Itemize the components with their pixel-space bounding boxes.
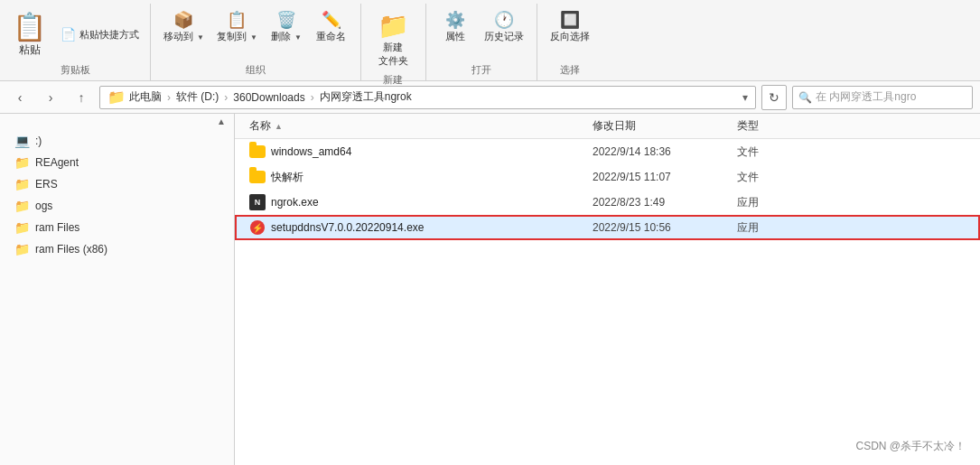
watermark: CSDN @杀手不太冷！ [855,439,966,454]
sidebar-item-label-1: REAgent [35,156,79,169]
move-to-button[interactable]: 📦 移动到 ▼ [158,7,210,46]
copy-to-label: 复制到 ▼ [217,30,257,43]
new-section-label: 新建 [361,71,425,90]
reverse-select-button[interactable]: 🔲 反向选择 [545,7,595,46]
refresh-button[interactable]: ↻ [761,85,787,110]
copy-to-button[interactable]: 📋 复制到 ▼ [211,7,263,46]
table-row[interactable]: N ngrok.exe 2022/8/23 1:49 应用 [235,190,980,215]
svg-text:⚡: ⚡ [252,222,264,234]
address-bar[interactable]: 📁 此电脑 › 软件 (D:) › 360Downloads › 内网穿透工具n… [99,86,756,109]
sidebar-item-icon-3: 📁 [14,199,30,213]
new-section: 📁 新建 文件夹 新建 [361,4,426,80]
ngrok-icon: N [249,194,266,210]
properties-label: 属性 [445,30,465,43]
file-date-0: 2022/9/14 18:36 [593,145,737,158]
sidebar-item-1[interactable]: 📁 REAgent [0,152,234,173]
move-to-label: 移动到 ▼ [163,30,204,43]
sidebar-item-label-5: ram Files (x86) [35,243,107,256]
sidebar-item-4[interactable]: 📁 ram Files [0,217,234,238]
history-icon: 🕐 [494,10,514,30]
sidebar-item-label-4: ram Files [35,221,79,234]
reverse-select-label: 反向选择 [550,30,590,43]
file-list-container: 名称 ▲ 修改日期 类型 windows_amd64 2022/9/14 18:… [235,114,980,465]
breadcrumb-sep-2: › [224,91,228,104]
rename-icon: ✏️ [322,10,341,30]
history-button[interactable]: 🕐 历史记录 [479,7,529,46]
select-section-label: 选择 [537,61,602,80]
folder-icon-1 [249,171,266,183]
file-name-0: windows_amd64 [249,145,593,158]
main-area: ▲ 💻 :) 📁 REAgent 📁 ERS 📁 ogs 📁 ram Files [0,114,980,465]
search-box[interactable]: 🔍 在 内网穿透工具ngro [792,86,973,109]
breadcrumb-part-4[interactable]: 内网穿透工具ngrok [320,89,412,105]
sidebar-item-label-3: ogs [35,200,52,212]
clipboard-section: 📋 粘贴 📄 粘贴快捷方式 剪贴板 [0,4,151,80]
table-row[interactable]: windows_amd64 2022/9/14 18:36 文件 [235,139,980,164]
file-name-2: N ngrok.exe [249,194,593,210]
search-placeholder: 在 内网穿透工具ngro [816,89,916,105]
sidebar-item-icon-4: 📁 [14,220,30,235]
new-folder-button[interactable]: 📁 新建 文件夹 [369,7,418,71]
file-type-2: 应用 [737,195,759,210]
organize-section: 📦 移动到 ▼ 📋 复制到 ▼ 🗑️ 删除 [151,4,361,80]
clipboard-section-label: 剪贴板 [5,61,145,80]
select-section: 🔲 反向选择 选择 [537,4,602,80]
move-to-icon: 📦 [173,10,193,30]
paste-shortcut-button[interactable]: 📄 粘贴快捷方式 [55,25,145,43]
new-folder-icon: 📁 [378,11,409,41]
file-list-header: 名称 ▲ 修改日期 类型 [235,114,980,139]
sidebar: ▲ 💻 :) 📁 REAgent 📁 ERS 📁 ogs 📁 ram Files [0,114,235,465]
col-header-name[interactable]: 名称 ▲ [249,118,593,134]
file-name-3: ⚡ setupddnsV7.0.0.20220914.exe [249,219,593,236]
table-row[interactable]: ⚡ setupddnsV7.0.0.20220914.exe 2022/9/15… [235,215,980,240]
up-button[interactable]: ↑ [69,85,94,110]
breadcrumb-part-3[interactable]: 360Downloads [233,91,304,104]
paste-button[interactable]: 📋 粘贴 [5,9,53,60]
folder-icon-0 [249,145,266,158]
paste-options: 📄 粘贴快捷方式 [55,25,145,43]
rename-button[interactable]: ✏️ 重命名 [310,7,353,46]
organize-section-label: 组织 [151,61,360,80]
sidebar-item-icon-1: 📁 [14,155,30,170]
file-type-3: 应用 [737,220,759,236]
sidebar-item-0[interactable]: 💻 :) [0,130,234,152]
open-section: ⚙️ 属性 🕐 历史记录 打开 [426,4,537,80]
history-label: 历史记录 [484,30,524,43]
sidebar-item-3[interactable]: 📁 ogs [0,195,234,217]
properties-button[interactable]: ⚙️ 属性 [434,7,477,46]
file-date-3: 2022/9/15 10:56 [593,221,737,234]
sidebar-item-5[interactable]: 📁 ram Files (x86) [0,238,234,260]
col-header-date[interactable]: 修改日期 [593,118,737,134]
file-date-1: 2022/9/15 11:07 [593,171,737,183]
paste-label: 粘贴 [19,42,41,58]
breadcrumb-part-2[interactable]: 软件 (D:) [176,89,219,105]
sidebar-item-icon-5: 📁 [14,242,30,256]
table-row[interactable]: 快解析 2022/9/15 11:07 文件 [235,164,980,190]
sidebar-item-icon-2: 📁 [14,177,30,191]
breadcrumb-sep-1: › [167,91,171,104]
delete-label: 删除 ▼ [271,30,302,43]
address-dropdown-button[interactable]: ▾ [742,91,748,104]
forward-button[interactable]: › [38,85,63,110]
file-type-0: 文件 [737,144,759,160]
sidebar-item-icon-0: 💻 [14,134,30,148]
file-list: windows_amd64 2022/9/14 18:36 文件 快解析 202… [235,139,980,465]
breadcrumb-sep-3: › [311,91,314,104]
sidebar-item-2[interactable]: 📁 ERS [0,173,234,195]
sidebar-scroll-up[interactable]: ▲ [214,114,229,128]
properties-icon: ⚙️ [445,10,465,30]
col-header-type[interactable]: 类型 [737,118,759,134]
file-type-1: 文件 [737,170,759,185]
paste-shortcut-icon: 📄 [61,27,76,42]
back-button[interactable]: ‹ [7,85,33,110]
search-icon: 🔍 [798,91,812,104]
sidebar-item-label-0: :) [35,135,42,147]
address-bar-container: ‹ › ↑ 📁 此电脑 › 软件 (D:) › 360Downloads › 内… [0,81,980,114]
reverse-select-icon: 🔲 [560,10,580,30]
breadcrumb-part-1[interactable]: 此电脑 [129,89,162,105]
copy-to-icon: 📋 [227,10,247,30]
rename-label: 重命名 [316,30,346,43]
file-date-2: 2022/8/23 1:49 [593,196,737,209]
delete-icon: 🗑️ [276,10,296,30]
delete-button[interactable]: 🗑️ 删除 ▼ [265,7,308,46]
